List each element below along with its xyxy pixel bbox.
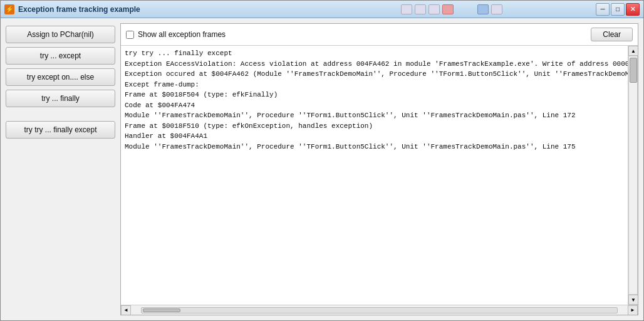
nav-spacer [456, 4, 475, 14]
assign-to-pchar-button[interactable]: Assign to PChar(nil) [6, 26, 115, 43]
title-bar: ⚡ Exception frame tracking example ─ □ ✕ [1, 1, 643, 18]
window-controls: ─ □ ✕ [596, 3, 640, 16]
horizontal-scrollbar[interactable]: ◄ ► [121, 305, 638, 315]
nav-btn-6 [491, 4, 502, 14]
window-icon: ⚡ [4, 4, 14, 14]
nav-btn-5 [477, 4, 489, 14]
nav-btn-3 [428, 4, 440, 14]
main-window: ⚡ Exception frame tracking example ─ □ ✕… [0, 0, 644, 321]
right-panel: Show all exception frames Clear try try … [120, 23, 638, 315]
scroll-down-arrow[interactable]: ▼ [628, 295, 638, 305]
output-line: Module ''FramesTrackDemoMain'', Procedur… [125, 110, 624, 121]
try-except-button[interactable]: try ... except [6, 47, 115, 65]
output-line: Frame at $0018F510 (type: efkOnException… [125, 121, 624, 132]
output-line: Exception EAccessViolation: Access viola… [125, 59, 624, 70]
output-line: try try ... finally except [125, 48, 624, 59]
left-panel: Assign to PChar(nil) try ... except try … [6, 23, 115, 315]
h-scroll-thumb[interactable] [143, 308, 180, 312]
maximize-button[interactable]: □ [611, 3, 625, 16]
show-all-frames-row: Show all exception frames [126, 30, 226, 39]
close-button[interactable]: ✕ [626, 3, 640, 16]
scroll-up-arrow[interactable]: ▲ [628, 46, 638, 56]
show-all-frames-label: Show all exception frames [138, 30, 226, 39]
main-content: Assign to PChar(nil) try ... except try … [1, 18, 643, 320]
output-line: Handler at $004FA4A1 [125, 131, 624, 142]
nav-btn-2 [415, 4, 426, 14]
top-toolbar: Show all exception frames Clear [121, 24, 638, 46]
try-try-finally-except-button[interactable]: try try ... finally except [6, 121, 115, 139]
try-finally-button[interactable]: try ... finally [6, 90, 115, 107]
minimize-button[interactable]: ─ [596, 3, 610, 16]
v-scroll-thumb[interactable] [630, 58, 637, 83]
vertical-scrollbar[interactable]: ▲ ▼ [628, 46, 638, 305]
output-line: Exception occured at $004FA462 (Module '… [125, 69, 624, 80]
show-all-frames-checkbox[interactable] [126, 31, 134, 39]
output-line: Except frame-dump: [125, 80, 624, 90]
output-line: Frame at $0018F504 (type: efkFinally) [125, 90, 624, 100]
h-scroll-track[interactable] [141, 307, 618, 313]
v-scroll-track[interactable] [628, 56, 638, 295]
clear-button[interactable]: Clear [591, 28, 633, 41]
scroll-right-arrow[interactable]: ► [628, 305, 638, 315]
scroll-left-arrow[interactable]: ◄ [121, 305, 131, 315]
try-except-on-else-button[interactable]: try except on.... else [6, 68, 115, 86]
nav-btn-4 [442, 4, 454, 14]
nav-btn-1 [401, 4, 412, 14]
output-line: Code at $004FA474 [125, 100, 624, 111]
spacer [6, 111, 115, 117]
output-area[interactable]: try try ... finally exceptException EAcc… [121, 46, 628, 305]
output-with-scroll: try try ... finally exceptException EAcc… [121, 46, 638, 305]
window-title: Exception frame tracking example [18, 5, 307, 14]
output-line: Module ''FramesTrackDemoMain'', Procedur… [125, 142, 624, 152]
